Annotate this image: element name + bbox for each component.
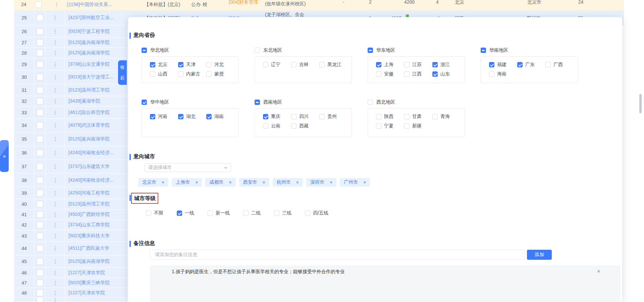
province-checkbox[interactable] bbox=[263, 114, 268, 119]
tier-option[interactable]: 一线 bbox=[177, 210, 194, 216]
row-checkbox[interactable] bbox=[34, 84, 46, 96]
table-row[interactable]: 44 ⋮ [4511]广西民族大学 bbox=[14, 242, 127, 255]
row-menu-icon[interactable]: ⋮ bbox=[46, 84, 65, 96]
major-link[interactable]: [004]财务管理 bbox=[229, 0, 258, 5]
province-checkbox[interactable] bbox=[206, 62, 212, 67]
row-menu-icon[interactable]: ⋮ bbox=[46, 298, 65, 302]
close-icon[interactable]: × bbox=[597, 268, 600, 275]
remark-input[interactable]: 请添加您的备注信息 bbox=[150, 250, 525, 260]
province-checkbox[interactable] bbox=[319, 62, 325, 67]
tier-option[interactable]: 三线 bbox=[274, 210, 291, 216]
row-checkbox[interactable] bbox=[34, 48, 46, 58]
row-menu-icon[interactable]: ⋮ bbox=[46, 187, 65, 199]
table-row[interactable]: 34 ⋮ [4079]武汉体育学院 bbox=[14, 119, 127, 132]
school-link[interactable]: [3737]山东建筑大学 bbox=[65, 160, 127, 173]
school-link[interactable]: [0028]宁波工程学院 bbox=[65, 25, 127, 37]
province-checkbox[interactable] bbox=[545, 62, 551, 67]
row-checkbox[interactable] bbox=[34, 96, 46, 106]
table-row[interactable]: 31 ⋮ [0123]温州理工学院 bbox=[14, 84, 127, 96]
row-checkbox[interactable] bbox=[34, 209, 46, 220]
table-row[interactable]: 38 ⋮ [4240]河南牧业经济... bbox=[14, 174, 127, 187]
row-menu-icon[interactable]: ⋮ bbox=[46, 132, 65, 146]
province-option[interactable]: 吉林 bbox=[291, 60, 319, 69]
tier-option[interactable]: 新一线 bbox=[208, 210, 230, 216]
school-link[interactable]: [0123]温州理工学院 bbox=[65, 199, 127, 209]
tier-checkbox[interactable] bbox=[177, 210, 182, 216]
row-checkbox[interactable] bbox=[34, 220, 46, 230]
province-checkbox[interactable] bbox=[489, 62, 494, 67]
province-checkbox[interactable] bbox=[206, 114, 212, 119]
row-menu-icon[interactable]: ⋮ bbox=[46, 107, 65, 118]
vertical-scrollbar[interactable] bbox=[639, 94, 642, 113]
province-option[interactable]: 广东 bbox=[517, 60, 545, 69]
row-menu-icon[interactable]: ⋮ bbox=[46, 119, 65, 132]
table-row[interactable]: 25 ⋮ [4237]郑州航空工业... bbox=[14, 10, 127, 25]
school-link[interactable]: [4237]郑州航空工业... bbox=[65, 10, 127, 25]
school-link[interactable]: [3734]山东工商学院 bbox=[65, 220, 127, 230]
province-checkbox[interactable] bbox=[432, 114, 438, 119]
row-menu-icon[interactable]: ⋮ bbox=[46, 58, 65, 70]
tier-option[interactable]: 四/五线 bbox=[305, 210, 328, 216]
province-checkbox[interactable] bbox=[319, 114, 325, 119]
row-checkbox[interactable] bbox=[34, 70, 46, 84]
school-link[interactable]: [0123]温州理工学院 bbox=[65, 84, 127, 96]
province-checkbox[interactable] bbox=[489, 71, 494, 77]
province-option[interactable]: 蒙授 bbox=[206, 69, 234, 79]
row-checkbox[interactable] bbox=[34, 288, 46, 298]
table-row[interactable]: 37 ⋮ [3737]山东建筑大学 bbox=[14, 160, 127, 174]
province-option[interactable]: 广西 bbox=[545, 60, 574, 69]
row-menu-icon[interactable]: ⋮ bbox=[46, 48, 65, 58]
row-checkbox[interactable] bbox=[34, 25, 46, 37]
school-link[interactable]: [4079]武汉体育学院 bbox=[65, 119, 127, 132]
province-option[interactable]: 天津 bbox=[178, 60, 206, 69]
region-checkbox[interactable] bbox=[142, 100, 147, 105]
row-menu-icon[interactable]: ⋮ bbox=[46, 146, 65, 160]
province-option[interactable]: 湖北 bbox=[178, 112, 206, 121]
remove-tag-icon[interactable]: × bbox=[263, 180, 265, 185]
row-menu-icon[interactable]: ⋮ bbox=[46, 160, 65, 173]
tier-checkbox[interactable] bbox=[208, 210, 213, 216]
province-option[interactable]: 内蒙古 bbox=[178, 69, 206, 79]
tier-option[interactable]: 二线 bbox=[243, 210, 261, 216]
school-link[interactable]: [4503]广西财经学院 bbox=[65, 209, 127, 220]
row-menu-icon[interactable]: ⋮ bbox=[46, 96, 65, 106]
table-row[interactable]: 41 ⋮ [4503]广西财经学院 bbox=[14, 209, 127, 220]
school-link[interactable]: [0125]嘉兴南湖学院 bbox=[65, 48, 127, 58]
province-checkbox[interactable] bbox=[150, 114, 155, 119]
school-link[interactable] bbox=[65, 298, 127, 302]
province-checkbox[interactable] bbox=[376, 123, 381, 129]
province-option[interactable]: 北京 bbox=[150, 60, 178, 69]
province-option[interactable]: 辽宁 bbox=[263, 60, 291, 69]
province-checkbox[interactable] bbox=[206, 71, 212, 77]
row-checkbox[interactable] bbox=[34, 298, 46, 302]
province-checkbox[interactable] bbox=[263, 62, 268, 67]
province-option[interactable]: 青海 bbox=[432, 112, 461, 121]
province-checkbox[interactable] bbox=[178, 114, 183, 119]
table-row[interactable]: 28 ⋮ [0125]嘉兴南湖学院 bbox=[14, 48, 127, 58]
row-menu-icon[interactable]: ⋮ bbox=[46, 199, 65, 209]
row-menu-icon[interactable]: ⋮ bbox=[46, 278, 65, 288]
table-row[interactable]: 39 ⋮ [4250]河南工程学院 bbox=[14, 187, 127, 199]
row-menu-icon[interactable]: ⋮ bbox=[46, 70, 65, 84]
remove-tag-icon[interactable]: × bbox=[162, 180, 164, 185]
province-option[interactable]: 云南 bbox=[263, 121, 291, 131]
row-checkbox[interactable] bbox=[34, 187, 46, 199]
row-checkbox[interactable] bbox=[34, 107, 46, 118]
province-option[interactable]: 河北 bbox=[206, 60, 234, 69]
row-checkbox[interactable] bbox=[34, 268, 46, 278]
province-option[interactable]: 宁夏 bbox=[376, 121, 404, 131]
row-menu-icon[interactable]: ⋮ bbox=[54, 2, 59, 7]
school-link[interactable]: [4240]河南牧业经济... bbox=[65, 146, 127, 160]
school-link[interactable]: [4511]广西民族大学 bbox=[65, 242, 127, 255]
table-row[interactable]: 32 ⋮ [3439]巢湖学院 bbox=[14, 96, 127, 107]
tier-checkbox[interactable] bbox=[274, 210, 279, 216]
row-menu-icon[interactable]: ⋮ bbox=[46, 220, 65, 230]
province-checkbox[interactable] bbox=[376, 71, 381, 77]
row-checkbox[interactable] bbox=[34, 132, 46, 146]
province-checkbox[interactable] bbox=[263, 123, 268, 129]
tier-option[interactable]: 不限 bbox=[146, 210, 163, 216]
province-checkbox[interactable] bbox=[404, 62, 410, 67]
province-option[interactable]: 西藏 bbox=[291, 121, 319, 131]
school-link[interactable]: [1156]中国劳动关系... bbox=[67, 2, 112, 8]
row-checkbox[interactable] bbox=[34, 278, 46, 288]
